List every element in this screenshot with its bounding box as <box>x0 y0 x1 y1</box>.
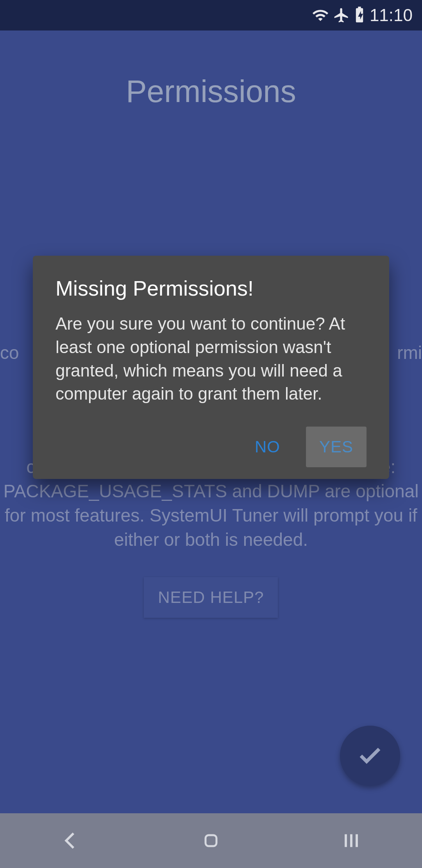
missing-permissions-dialog: Missing Permissions! Are you sure you wa… <box>33 256 389 479</box>
recents-icon <box>340 830 362 852</box>
nav-bar <box>0 813 422 868</box>
dialog-body: Are you sure you want to continue? At le… <box>55 312 367 405</box>
airplane-icon <box>333 7 350 24</box>
status-bar: 11:10 <box>0 0 422 30</box>
no-button[interactable]: NO <box>247 428 288 466</box>
dialog-title: Missing Permissions! <box>55 276 367 300</box>
battery-charging-icon <box>354 7 365 24</box>
recents-button[interactable] <box>340 830 362 852</box>
yes-button[interactable]: YES <box>306 427 367 467</box>
status-icons <box>312 7 365 24</box>
svg-rect-0 <box>206 835 216 846</box>
home-icon <box>202 831 220 850</box>
back-button[interactable] <box>60 830 82 852</box>
home-button[interactable] <box>202 831 220 850</box>
status-time: 11:10 <box>370 5 413 25</box>
back-icon <box>60 830 82 852</box>
wifi-icon <box>312 7 329 24</box>
dialog-actions: NO YES <box>55 427 367 467</box>
